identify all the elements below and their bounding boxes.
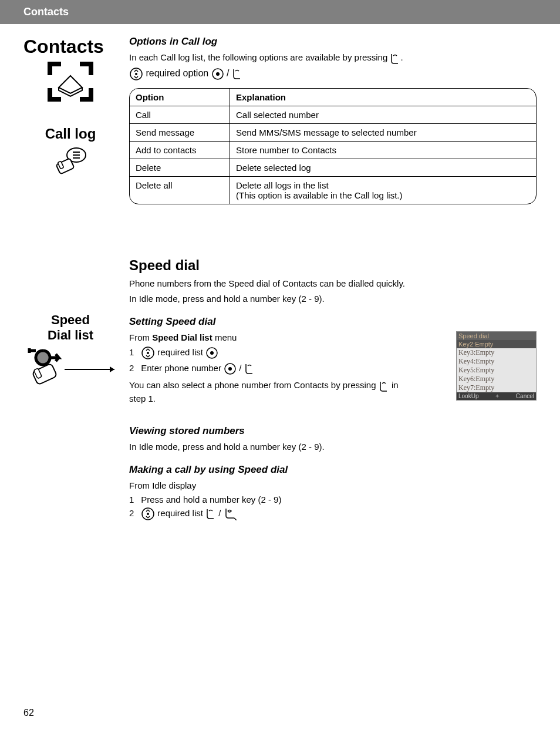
making-step-1: 1 Press and hold a number key (2 - 9) bbox=[129, 494, 537, 504]
call-key-icon bbox=[224, 507, 237, 520]
nav-updown-icon bbox=[141, 346, 155, 360]
screen-title: Speed dial bbox=[457, 332, 536, 340]
table-row: Add to contacts Store number to Contacts bbox=[130, 142, 536, 159]
svg-point-13 bbox=[216, 72, 220, 76]
step-num: 2 bbox=[129, 508, 139, 518]
viewing-heading: Viewing stored numbers bbox=[129, 425, 537, 437]
softkey-icon bbox=[379, 379, 389, 392]
svg-point-21 bbox=[147, 513, 149, 515]
options-icon-line: required option / bbox=[129, 67, 537, 81]
cell-expl: Send MMS/SMS message to selected number bbox=[230, 124, 537, 142]
table-row: Delete all Delete all logs in the list (… bbox=[130, 177, 536, 204]
svg-point-17 bbox=[210, 351, 214, 355]
nav-updown-icon bbox=[141, 507, 155, 521]
sidebar-contacts-title: Contacts bbox=[23, 36, 117, 58]
cell-expl: Delete all logs in the list (This option… bbox=[230, 177, 537, 204]
screen-highlight-row: Key2:Empty bbox=[457, 340, 536, 348]
sidebar-speeddial-l1: Speed bbox=[51, 312, 90, 327]
nav-updown-icon bbox=[129, 67, 143, 81]
setting-from-bold: Speed Dial list bbox=[152, 332, 212, 342]
table-row: Delete Delete selected log bbox=[130, 159, 536, 177]
svg-point-11 bbox=[135, 73, 137, 75]
options-intro: In each Call log list, the following opt… bbox=[129, 51, 537, 65]
options-line2-a: required option bbox=[146, 68, 211, 78]
step-num: 1 bbox=[129, 347, 139, 357]
options-heading: Options in Call log bbox=[129, 36, 537, 48]
sidebar-speeddial-title: Speed Dial list bbox=[23, 312, 117, 344]
table-row: Call Call selected number bbox=[130, 106, 536, 124]
center-dot-icon bbox=[205, 347, 218, 359]
cell-expl: Delete selected log bbox=[230, 159, 537, 177]
cell-option: Delete bbox=[130, 159, 230, 177]
sidebar-speeddial-l2: Dial list bbox=[48, 328, 93, 342]
making-step-2: 2 required list / bbox=[129, 507, 537, 521]
svg-point-15 bbox=[147, 352, 149, 354]
softkey-icon bbox=[390, 52, 400, 65]
setting-s2-slash: / bbox=[239, 363, 244, 373]
cell-option: Delete all bbox=[130, 177, 230, 204]
screen-row: Key7:Empty bbox=[457, 383, 536, 392]
center-dot-icon bbox=[211, 68, 224, 80]
setting-note: You can also select a phone number from … bbox=[129, 379, 405, 405]
header-title: Contacts bbox=[23, 6, 69, 18]
softkey-icon bbox=[205, 508, 216, 520]
calllog-icon bbox=[23, 144, 117, 177]
speeddial-icon bbox=[23, 346, 117, 387]
setting-s1-text: required list bbox=[157, 347, 205, 357]
speeddial-p2: In Idle mode, press and hold a number ke… bbox=[129, 292, 537, 305]
svg-rect-4 bbox=[56, 158, 74, 174]
cell-expl: Call selected number bbox=[230, 106, 537, 124]
setting-from-a: From bbox=[129, 332, 152, 342]
step-num: 2 bbox=[129, 363, 139, 373]
options-table: Option Explanation Call Call selected nu… bbox=[129, 88, 537, 204]
making-s2-slash: / bbox=[218, 508, 223, 518]
main-content: Options in Call log In each Call log lis… bbox=[123, 36, 537, 523]
speeddial-heading: Speed dial bbox=[129, 257, 537, 274]
screen-row: Key4:Empty bbox=[457, 357, 536, 366]
speeddial-p1: Phone numbers from the Speed dial of Con… bbox=[129, 277, 537, 290]
sidebar: Contacts Call log bbox=[23, 36, 123, 523]
setting-speeddial-heading: Setting Speed dial bbox=[129, 316, 537, 328]
step-num: 1 bbox=[129, 494, 139, 504]
svg-point-19 bbox=[228, 367, 232, 371]
making-heading: Making a call by using Speed dial bbox=[129, 464, 537, 476]
table-row: Send message Send MMS/SMS message to sel… bbox=[130, 124, 536, 142]
screen-row: Key5:Empty bbox=[457, 366, 536, 375]
screen-row: Key6:Empty bbox=[457, 375, 536, 383]
options-intro-period: . bbox=[400, 52, 403, 62]
setting-note-a: You can also select a phone number from … bbox=[129, 380, 376, 390]
phone-screen-mock: Speed dial Key2:Empty Key3:Empty Key4:Em… bbox=[456, 331, 537, 401]
setting-from-b: menu bbox=[212, 332, 237, 342]
sidebar-calllog-title: Call log bbox=[23, 126, 117, 142]
screen-footer: LookUp ✦ Cancel bbox=[457, 392, 536, 400]
screen-foot-left: LookUp bbox=[458, 393, 478, 399]
th-option: Option bbox=[130, 89, 230, 106]
page-header: Contacts bbox=[0, 0, 560, 24]
screen-row: Key3:Empty bbox=[457, 348, 536, 357]
center-dot-icon bbox=[224, 362, 237, 375]
softkey-icon bbox=[232, 68, 242, 80]
making-s2-text: required list bbox=[157, 508, 205, 518]
svg-marker-9 bbox=[110, 366, 114, 372]
cell-option: Call bbox=[130, 106, 230, 124]
making-from: From Idle display bbox=[129, 479, 537, 492]
cell-expl: Store number to Contacts bbox=[230, 142, 537, 159]
setting-s2-text: Enter phone number bbox=[141, 363, 224, 373]
page-number: 62 bbox=[23, 708, 34, 718]
screen-foot-right: Cancel bbox=[516, 393, 534, 399]
cell-option: Add to contacts bbox=[130, 142, 230, 159]
options-intro-text: In each Call log list, the following opt… bbox=[129, 52, 390, 62]
th-explanation: Explanation bbox=[230, 89, 537, 106]
contacts-icon bbox=[23, 61, 117, 102]
softkey-icon bbox=[244, 363, 255, 375]
options-line2-b: / bbox=[227, 68, 232, 78]
cell-option: Send message bbox=[130, 124, 230, 142]
viewing-p: In Idle mode, press and hold a number ke… bbox=[129, 440, 537, 453]
making-s1-text: Press and hold a number key (2 - 9) bbox=[141, 494, 281, 504]
